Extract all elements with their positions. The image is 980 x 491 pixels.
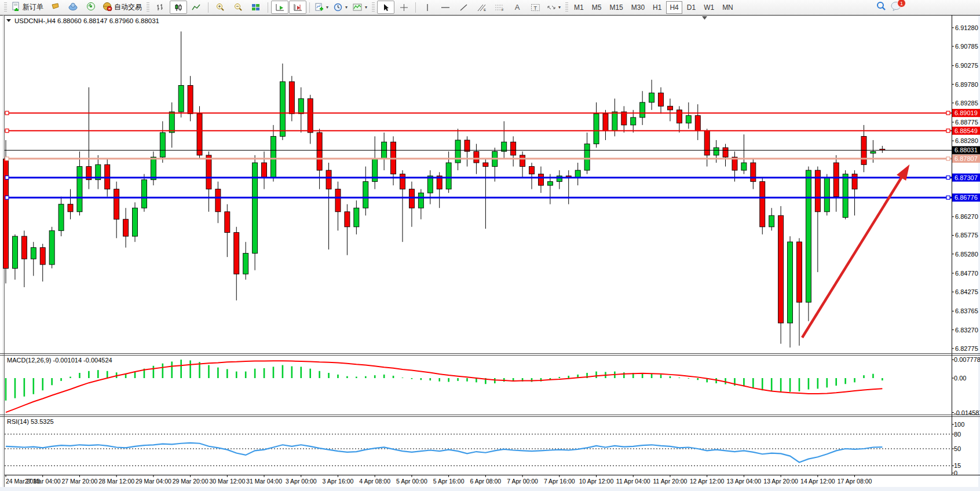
svg-text:13 Apr 04:00: 13 Apr 04:00 <box>727 478 762 485</box>
horizontal-line-tool-button[interactable] <box>437 1 454 14</box>
candlestick-chart-button[interactable] <box>170 1 187 14</box>
periods-button[interactable]: ▾ <box>331 1 350 14</box>
cursor-tool-button[interactable] <box>377 1 394 14</box>
templates-button[interactable]: ▾ <box>350 1 370 14</box>
auto-trading-icon <box>103 2 112 13</box>
fibonacci-icon: F <box>495 3 504 12</box>
line-handle[interactable] <box>5 111 9 115</box>
trendline-tool-button[interactable] <box>455 1 472 14</box>
svg-text:6.86776: 6.86776 <box>955 194 978 201</box>
svg-text:6.91280: 6.91280 <box>955 24 978 31</box>
rsi-label: RSI(14) 53.5325 <box>7 418 54 425</box>
text-label-icon: T <box>531 3 540 12</box>
timeframe-m15[interactable]: M15 <box>606 1 626 14</box>
timeframe-m30[interactable]: M30 <box>628 1 648 14</box>
svg-text:5 Apr 16:00: 5 Apr 16:00 <box>433 478 465 485</box>
toolbar-grip[interactable] <box>565 2 568 13</box>
horizontal-line-icon <box>441 3 450 12</box>
styler-button[interactable] <box>46 1 64 14</box>
toolbar-grip[interactable] <box>372 2 375 13</box>
text-label-tool-button[interactable]: T <box>526 1 544 14</box>
indicators-icon <box>315 3 324 12</box>
timeframe-w1[interactable]: W1 <box>700 1 718 14</box>
line-chart-button[interactable] <box>188 1 205 14</box>
svg-text:50: 50 <box>954 445 961 452</box>
search-icon[interactable] <box>876 1 886 13</box>
template-icon <box>353 3 363 12</box>
svg-text:29 Mar 04:00: 29 Mar 04:00 <box>136 478 171 485</box>
svg-text:-0.014587: -0.014587 <box>954 409 980 416</box>
mt4-terminal-window: { "toolbar": { "new_order_label": "新订单",… <box>0 0 980 491</box>
chart-canvas[interactable]: 6.890196.885496.880316.878076.873076.867… <box>0 15 980 491</box>
toolbar-grip[interactable] <box>147 2 149 13</box>
svg-text:6.89019: 6.89019 <box>955 109 978 116</box>
dropdown-caret: ▾ <box>558 5 561 10</box>
indicators-button[interactable]: ▾ <box>313 1 331 14</box>
timeframe-h1[interactable]: H1 <box>649 1 665 14</box>
clock-icon <box>334 3 343 12</box>
zoom-out-button[interactable] <box>229 1 247 14</box>
timeframe-h4[interactable]: H4 <box>666 1 682 14</box>
vertical-line-icon <box>424 3 431 12</box>
line-handle[interactable] <box>946 129 950 133</box>
svg-text:E: E <box>484 8 486 12</box>
signal-button[interactable] <box>82 1 100 14</box>
main-toolbar: 新订单 自动交易 <box>0 0 980 15</box>
svg-text:6.88280: 6.88280 <box>955 137 978 144</box>
svg-text:6.84275: 6.84275 <box>955 288 978 295</box>
tile-windows-button[interactable] <box>247 1 265 14</box>
svg-text:6.87307: 6.87307 <box>955 174 978 181</box>
channel-tool-button[interactable]: E <box>473 1 490 14</box>
svg-text:0.007778: 0.007778 <box>954 356 980 363</box>
community-button[interactable] <box>64 1 82 14</box>
bar-chart-button[interactable] <box>152 1 169 14</box>
line-handle[interactable] <box>5 196 9 199</box>
timeframe-mn[interactable]: MN <box>719 1 737 14</box>
svg-text:T: T <box>533 5 537 10</box>
line-handle[interactable] <box>946 157 950 160</box>
timeframe-m5[interactable]: M5 <box>588 1 605 14</box>
svg-text:4 Apr 08:00: 4 Apr 08:00 <box>359 478 390 485</box>
zoom-in-button[interactable] <box>211 1 229 14</box>
chart-shift-button[interactable] <box>289 1 306 14</box>
auto-trading-label: 自动交易 <box>114 2 142 12</box>
new-order-button[interactable]: 新订单 <box>9 1 46 14</box>
auto-trading-button[interactable]: 自动交易 <box>100 1 144 14</box>
line-handle[interactable] <box>946 111 950 115</box>
dropdown-caret: ▾ <box>326 5 328 10</box>
svg-text:3 Apr 16:00: 3 Apr 16:00 <box>323 478 354 485</box>
chart-background <box>0 15 980 491</box>
text-tool-button[interactable]: A <box>509 1 526 14</box>
equidistant-channel-icon: E <box>477 3 487 12</box>
timeframe-m1[interactable]: M1 <box>571 1 587 14</box>
notifications-icon[interactable]: 1 <box>891 1 902 13</box>
line-handle[interactable] <box>5 176 9 179</box>
svg-text:7 Apr 00:00: 7 Apr 00:00 <box>507 478 538 485</box>
svg-text:0.00: 0.00 <box>954 375 966 382</box>
svg-text:6.88031: 6.88031 <box>955 146 978 153</box>
line-handle[interactable] <box>5 129 9 133</box>
auto-scroll-icon <box>275 3 285 12</box>
chart-window[interactable]: 6.890196.885496.880316.878076.873076.867… <box>0 15 980 491</box>
auto-scroll-button[interactable] <box>271 1 288 14</box>
svg-text:27 Mar 04:00: 27 Mar 04:00 <box>25 478 61 485</box>
timeframe-d1[interactable]: D1 <box>683 1 699 14</box>
fibonacci-tool-button[interactable]: F <box>491 1 508 14</box>
crosshair-tool-button[interactable] <box>395 1 412 14</box>
svg-text:6.88775: 6.88775 <box>955 119 978 126</box>
svg-text:6 Apr 08:00: 6 Apr 08:00 <box>470 478 502 485</box>
zoom-out-icon <box>233 3 243 12</box>
line-handle[interactable] <box>5 157 9 160</box>
svg-text:6.89780: 6.89780 <box>955 81 978 88</box>
svg-text:100: 100 <box>954 421 964 428</box>
line-handle[interactable] <box>946 196 950 199</box>
svg-text:6.87807: 6.87807 <box>955 155 978 162</box>
candlestick-chart-icon <box>174 3 183 12</box>
vertical-line-tool-button[interactable] <box>419 1 436 14</box>
trendline-icon <box>459 3 468 12</box>
arrows-tool-button[interactable]: ▾ <box>544 1 563 14</box>
line-handle[interactable] <box>946 176 950 179</box>
svg-text:6.83270: 6.83270 <box>955 327 978 334</box>
toolbar-grip[interactable] <box>4 2 7 13</box>
dropdown-caret: ▾ <box>345 5 348 10</box>
